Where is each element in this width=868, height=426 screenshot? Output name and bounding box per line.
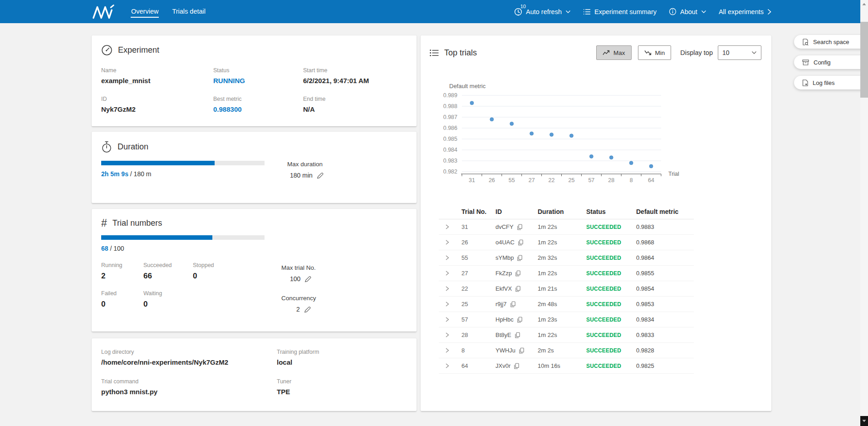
- cell-trial-no: 26: [461, 239, 495, 246]
- nni-overview-page: Overview Trials detail 10 Auto refresh: [0, 0, 868, 426]
- cell-status: SUCCEEDED: [586, 270, 636, 277]
- tab-trials-detail[interactable]: Trials detail: [172, 5, 206, 18]
- trial-status-stats: Running2Succeeded66Stopped0Failed0Waitin…: [101, 262, 407, 309]
- copy-id-icon[interactable]: [515, 270, 521, 277]
- cell-trial-id: FkZzp: [495, 270, 538, 277]
- copy-id-icon[interactable]: [518, 239, 524, 246]
- edit-concurrency-icon[interactable]: [304, 306, 311, 313]
- table-row[interactable]: 25r9jj72m 48sSUCCEEDED0.9853: [439, 297, 694, 312]
- row-expand-chevron-icon[interactable]: [439, 301, 461, 307]
- row-expand-chevron-icon[interactable]: [439, 317, 461, 322]
- copy-id-icon[interactable]: [510, 301, 516, 307]
- stat-running-label: Running: [101, 262, 143, 268]
- stat-succeeded-value: 66: [143, 272, 193, 281]
- top-trials-card: Top trials Max Min Display: [421, 35, 771, 411]
- table-row[interactable]: 57HpHbc1m 23sSUCCEEDED0.9834: [439, 312, 694, 327]
- cell-duration: 1m 22s: [538, 239, 586, 246]
- duration-card-title: Duration: [118, 142, 148, 152]
- vertical-scrollbar[interactable]: [860, 0, 868, 426]
- trial-id-text: JXv0r: [495, 362, 510, 369]
- row-expand-chevron-icon[interactable]: [439, 332, 461, 338]
- about-menu[interactable]: About: [669, 8, 706, 15]
- copy-id-icon[interactable]: [515, 332, 520, 338]
- auto-refresh-control[interactable]: 10 Auto refresh: [514, 8, 571, 16]
- copy-id-icon[interactable]: [514, 363, 520, 369]
- cell-default-metric: 0.9883: [636, 223, 694, 230]
- concurrency-value: 2: [296, 306, 300, 313]
- row-expand-chevron-icon[interactable]: [439, 363, 461, 369]
- table-row[interactable]: 27FkZzp1m 22sSUCCEEDED0.9855: [439, 266, 694, 281]
- row-expand-chevron-icon[interactable]: [439, 270, 461, 276]
- experiment-summary-button[interactable]: Experiment summary: [583, 8, 657, 15]
- field-id-label: ID: [101, 96, 213, 102]
- row-expand-chevron-icon[interactable]: [439, 224, 461, 230]
- all-experiments-link[interactable]: All experiments: [719, 8, 771, 15]
- scroll-down-arrow-icon: [862, 420, 866, 422]
- cell-duration: 1m 22s: [538, 223, 586, 230]
- y-tick-label: 0.982: [443, 168, 457, 175]
- copy-id-icon[interactable]: [517, 224, 523, 230]
- cell-status: SUCCEEDED: [586, 239, 636, 246]
- table-row[interactable]: 55sYMbp2m 32sSUCCEEDED0.9864: [439, 250, 694, 266]
- cell-status: SUCCEEDED: [586, 317, 636, 323]
- cell-trial-id: Bt8yE: [495, 332, 538, 338]
- tab-overview[interactable]: Overview: [131, 5, 159, 18]
- x-tick-label: 28: [608, 177, 614, 183]
- min-toggle-button[interactable]: Min: [638, 45, 672, 60]
- edit-max-duration-icon[interactable]: [317, 172, 324, 179]
- cell-trial-id: r9jj7: [495, 301, 538, 307]
- log-doc-icon: [802, 79, 808, 86]
- table-row[interactable]: 26o4UAC1m 22sSUCCEEDED0.9868: [439, 235, 694, 250]
- gauge-icon: [101, 45, 113, 56]
- scrollbar-up-button[interactable]: [860, 0, 868, 8]
- max-toggle-button[interactable]: Max: [596, 45, 632, 60]
- scatter-point: [510, 122, 514, 125]
- experiment-card: Experiment Nameexample_mnistStatusRUNNIN…: [92, 35, 417, 126]
- stat-waiting-value: 0: [143, 300, 193, 309]
- field-end-time-value: N/A: [303, 105, 407, 113]
- copy-id-icon[interactable]: [517, 255, 523, 261]
- scatter-point: [589, 154, 593, 158]
- table-row[interactable]: 64JXv0r10m 16sSUCCEEDED0.9825: [439, 358, 694, 374]
- trial-id-text: Bt8yE: [495, 332, 511, 338]
- table-row[interactable]: 28Bt8yE1m 22sSUCCEEDED0.9833: [439, 327, 694, 343]
- row-expand-chevron-icon[interactable]: [439, 286, 461, 292]
- copy-id-icon[interactable]: [517, 317, 523, 323]
- field-training-platform-value: local: [277, 358, 407, 366]
- copy-id-icon[interactable]: [519, 347, 525, 354]
- scrollbar-down-button[interactable]: [860, 416, 868, 426]
- row-expand-chevron-icon[interactable]: [439, 239, 461, 245]
- table-row[interactable]: 31dvCFY1m 22sSUCCEEDED0.9883: [439, 219, 694, 235]
- column-header-status: Status: [586, 208, 636, 215]
- cell-trial-id: HpHbc: [495, 316, 538, 323]
- field-log-directory: Log directory/home/core/nni-experiments/…: [101, 349, 277, 366]
- nni-logo-icon: [92, 4, 114, 20]
- trial-id-text: r9jj7: [495, 301, 507, 307]
- y-tick-label: 0.983: [443, 158, 457, 164]
- nni-logo[interactable]: [92, 4, 114, 20]
- experiment-card-title: Experiment: [118, 45, 159, 55]
- stopwatch-icon: [101, 141, 112, 153]
- scatter-point: [550, 133, 554, 136]
- cell-duration: 1m 22s: [538, 270, 586, 277]
- copy-id-icon[interactable]: [515, 286, 521, 292]
- row-expand-chevron-icon[interactable]: [439, 255, 461, 261]
- table-row[interactable]: 8YWHJu2m 2sSUCCEEDED0.9828: [439, 343, 694, 358]
- edit-max-trial-icon[interactable]: [304, 276, 311, 282]
- config-box-icon: [802, 59, 809, 65]
- side-button-config[interactable]: Config: [794, 55, 868, 69]
- row-expand-chevron-icon[interactable]: [439, 347, 461, 353]
- side-button-search-space[interactable]: Search space: [794, 35, 868, 49]
- stat-failed: Failed0: [101, 290, 143, 309]
- field-start-time: Start time6/2/2021, 9:47:01 AM: [303, 67, 407, 84]
- scrollbar-thumb[interactable]: [860, 22, 868, 98]
- chart-y-axis-title: Default metric: [449, 83, 486, 89]
- trial-id-text: HpHbc: [495, 316, 514, 323]
- table-row[interactable]: 22EkfVX1m 21sSUCCEEDED0.9854: [439, 281, 694, 297]
- field-status: StatusRUNNING: [213, 67, 303, 84]
- experiment-info-card: Log directory/home/core/nni-experiments/…: [92, 338, 417, 411]
- display-top-select[interactable]: 10: [718, 45, 761, 60]
- y-tick-label: 0.984: [443, 147, 457, 153]
- field-status-label: Status: [213, 67, 303, 74]
- side-button-log-files[interactable]: Log files: [794, 76, 868, 89]
